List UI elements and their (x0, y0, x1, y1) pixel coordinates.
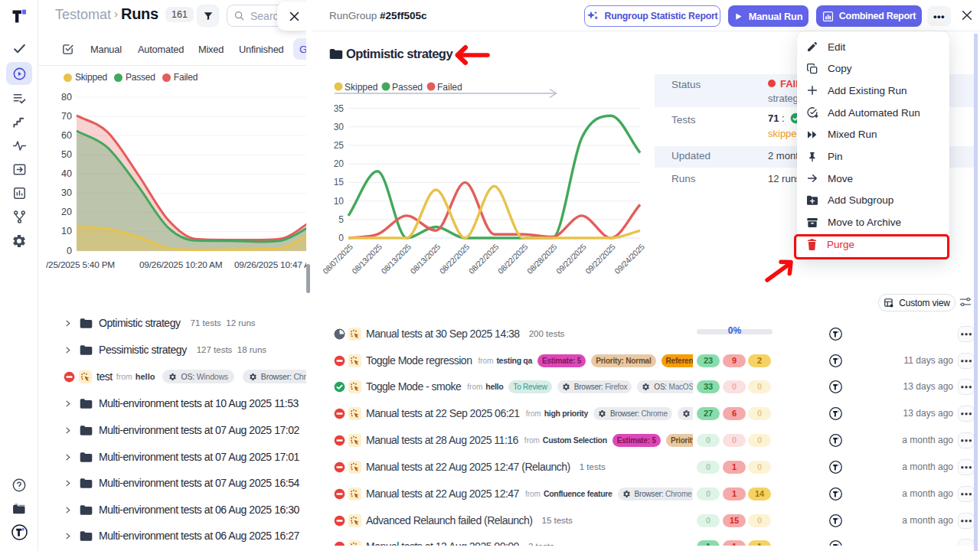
svg-text:20: 20 (61, 207, 72, 217)
svg-text:0: 0 (338, 233, 344, 243)
svg-text:60: 60 (61, 130, 72, 141)
svg-text:08/28/2025: 08/28/2025 (525, 243, 558, 276)
svg-text:09/22/2025: 09/22/2025 (554, 243, 587, 276)
svg-text:15: 15 (334, 177, 345, 187)
svg-text:50: 50 (61, 149, 72, 160)
svg-text:20: 20 (334, 158, 345, 169)
svg-text:09/24/2025: 09/24/2025 (613, 243, 646, 276)
svg-text:09/26/2025 10:20 AM: 09/26/2025 10:20 AM (139, 259, 222, 270)
svg-text:10: 10 (61, 226, 72, 236)
svg-text:Skipped: Skipped (345, 82, 377, 93)
svg-text:08/13/2025: 08/13/2025 (380, 243, 413, 276)
svg-text:25: 25 (334, 140, 345, 151)
svg-text:30: 30 (61, 187, 72, 198)
svg-text:30: 30 (334, 122, 345, 132)
svg-text:08/07/2025: 08/07/2025 (322, 243, 354, 276)
svg-text:08/22/2025: 08/22/2025 (467, 243, 500, 276)
svg-text:35: 35 (334, 103, 345, 114)
svg-text:08/13/2025: 08/13/2025 (409, 243, 442, 276)
svg-text:80: 80 (61, 92, 72, 103)
svg-text:09/26/2025 10:47 AM: 09/26/2025 10:47 AM (234, 259, 306, 270)
svg-text:/25/2025 5:40 PM: /25/2025 5:40 PM (46, 259, 115, 270)
svg-text:70: 70 (61, 111, 72, 122)
svg-text:08/22/2025: 08/22/2025 (438, 243, 471, 276)
svg-text:5: 5 (338, 214, 344, 225)
svg-text:09/22/2025: 09/22/2025 (584, 243, 617, 276)
svg-text:0: 0 (67, 246, 72, 256)
svg-text:08/13/2025: 08/13/2025 (351, 243, 384, 276)
svg-text:10: 10 (334, 196, 345, 207)
svg-text:Passed: Passed (392, 82, 423, 93)
svg-text:40: 40 (61, 168, 72, 179)
svg-text:08/22/2025: 08/22/2025 (496, 243, 529, 276)
svg-text:Failed: Failed (437, 82, 462, 93)
